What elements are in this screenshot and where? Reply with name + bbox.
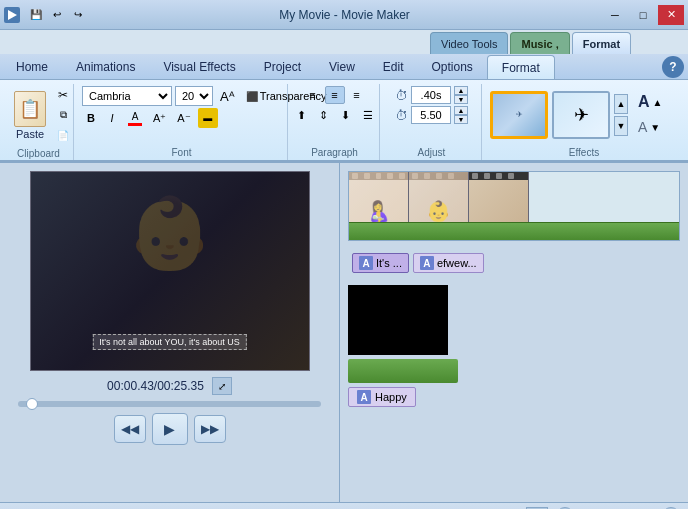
italic-btn[interactable]: I [103,108,121,128]
effect-preview-2: ✈ [554,93,608,137]
font-content: Cambria 20 Aᴬ ⬛ Transparency B I A [82,84,281,145]
tab-animations[interactable]: Animations [62,55,149,79]
tab-music[interactable]: Music , [510,32,569,54]
quick-save-btn[interactable]: 💾 [27,6,45,24]
text-effect-buttons: A ▲ A ▼ [632,91,668,138]
happy-clip-letter: A [357,390,371,404]
duration-input[interactable] [411,86,451,104]
preview-caption-text: It's not all about YOU, it's about US [92,334,246,350]
align-left-btn[interactable]: ≡ [303,86,323,104]
play-btn[interactable]: ▶ [152,413,188,445]
adjust-content: ⏱ ▲ ▼ ⏱ ▲ ▼ [388,84,475,145]
prev-frame-btn[interactable]: ◀◀ [114,415,146,443]
align-right-btn[interactable]: ≡ [347,86,367,104]
text-clip-1[interactable]: A It's ... [352,253,409,273]
cut-btn[interactable]: ✂ [54,86,72,104]
clipboard-label: Clipboard [10,146,67,161]
minimize-btn[interactable]: ─ [602,5,628,25]
seek-handle[interactable] [26,398,38,410]
start-time-input[interactable] [411,106,451,124]
timeline-strip: 🤱 👶 [348,171,680,241]
effects-content: ✈ ✈ ▲ ▼ A ▲ [490,84,678,145]
redo-btn[interactable]: ↪ [69,6,87,24]
happy-clip[interactable]: A Happy [348,387,416,407]
text-highlight-btn[interactable]: ▬ [198,108,218,128]
duration-down-btn[interactable]: ▼ [454,95,468,104]
para-row-1: ≡ ≡ ≡ [303,86,367,104]
text-aa-large-btn[interactable]: A ▲ [632,91,668,113]
effect-thumb-2[interactable]: ✈ [552,91,610,139]
font-size-select[interactable]: 20 [175,86,213,106]
text-clip-2[interactable]: A efwew... [413,253,484,273]
tab-view[interactable]: View [315,55,369,79]
paste-special-btn[interactable]: 📄 [54,126,72,144]
tab-project[interactable]: Project [250,55,315,79]
align-middle-btn[interactable]: ⇕ [314,106,334,124]
tab-visual-effects[interactable]: Visual Effects [149,55,249,79]
seek-bar[interactable] [18,401,321,407]
font-row-2: B I A A⁺ A⁻ ▬ [82,108,218,128]
font-aa-btn[interactable]: Aᴬ [216,86,239,106]
align-bottom-btn[interactable]: ⬇ [336,106,356,124]
next-frame-btn[interactable]: ▶▶ [194,415,226,443]
effect-scroll-up-btn[interactable]: ▲ [614,94,628,114]
highlight-indicator: ▬ [203,113,212,123]
font-size-up-btn[interactable]: A⁺ [149,108,170,128]
clip-text-2: efwew... [437,257,477,269]
window-controls-left: 💾 ↩ ↪ [4,6,87,24]
start-time-down-btn[interactable]: ▼ [454,115,468,124]
audio-waveform-strip [349,222,679,240]
paste-button[interactable]: 📋 Paste [10,89,50,142]
para-row-2: ⬆ ⇕ ⬇ ☰ [292,106,378,124]
font-color-btn[interactable]: A [124,108,146,128]
window-title: My Movie - Movie Maker [87,8,602,22]
tab-format-context[interactable]: Format [572,32,631,54]
playback-controls: ◀◀ ▶ ▶▶ [8,413,331,445]
main-tabs-bar: Home Animations Visual Effects Project V… [0,54,688,80]
align-center-btn[interactable]: ≡ [325,86,345,104]
undo-btn[interactable]: ↩ [48,6,66,24]
timeline-section-2: A Happy [348,285,680,407]
effect-scroll-btns: ▲ ▼ [614,94,628,136]
left-panel: 👶 It's not all about YOU, it's about US … [0,163,340,502]
maximize-btn[interactable]: □ [630,5,656,25]
start-time-up-btn[interactable]: ▲ [454,106,468,115]
window-buttons: ─ □ ✕ [602,5,684,25]
tab-edit[interactable]: Edit [369,55,418,79]
text-effect-up-arrow: ▲ [653,97,663,108]
font-color-letter: A [132,111,139,122]
text-aa-small-icon: A [638,119,647,135]
bold-btn[interactable]: B [82,108,100,128]
paste-icon: 📋 [14,91,46,127]
tab-home[interactable]: Home [2,55,62,79]
font-name-select[interactable]: Cambria [82,86,172,106]
transparency-icon: ⬛ [246,91,258,102]
duration-up-btn[interactable]: ▲ [454,86,468,95]
clip-letter-1: A [359,256,373,270]
effect-thumb-1[interactable]: ✈ [490,91,548,139]
text-aa-icon: A [638,93,650,111]
tab-video-tools[interactable]: Video Tools [430,32,508,54]
seek-bar-container [8,401,331,407]
close-btn[interactable]: ✕ [658,5,684,25]
help-button[interactable]: ? [662,56,684,78]
ribbon: Home Animations Visual Effects Project V… [0,54,688,162]
font-label: Font [82,145,281,160]
bullets-btn[interactable]: ☰ [358,106,378,124]
start-time-spin: ▲ ▼ [454,106,468,124]
start-time-icon: ⏱ [395,108,408,123]
tab-options[interactable]: Options [418,55,487,79]
preview-silhouette: 👶 [126,192,213,274]
font-size-down-btn[interactable]: A⁻ [173,108,194,128]
text-aa-small-btn[interactable]: A ▼ [632,116,668,138]
effect-scroll-down-btn[interactable]: ▼ [614,116,628,136]
align-top-btn[interactable]: ⬆ [292,106,312,124]
main-content: 👶 It's not all about YOU, it's about US … [0,162,688,502]
copy-btn[interactable]: ⧉ [54,106,72,124]
expand-preview-btn[interactable]: ⤢ [212,377,232,395]
tab-format[interactable]: Format [487,55,555,79]
status-bar: Caption 1 of 3 ⊞ − + [0,502,688,509]
paragraph-content: ≡ ≡ ≡ ⬆ ⇕ ⬇ ☰ [296,84,373,145]
time-text: 00:00.43/00:25.35 [107,379,204,393]
preview-area: 👶 It's not all about YOU, it's about US [30,171,310,371]
